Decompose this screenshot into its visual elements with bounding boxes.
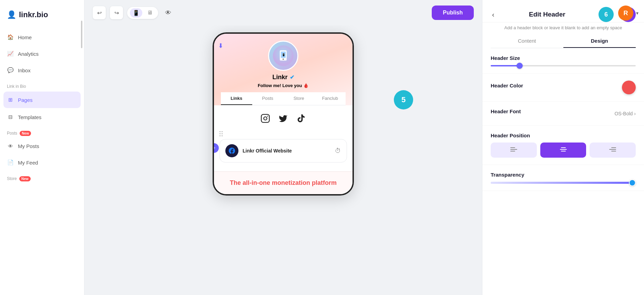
scrollbar[interactable] bbox=[81, 0, 83, 295]
mobile-device-button[interactable]: 📱 bbox=[130, 8, 142, 18]
download-icon[interactable]: ⬇ bbox=[218, 42, 223, 50]
position-center-button[interactable] bbox=[540, 143, 586, 158]
my-posts-icon: 👁 bbox=[7, 143, 14, 149]
analytics-icon: 📈 bbox=[7, 50, 14, 57]
link-card[interactable]: Linkr Official Website ⏱ bbox=[219, 139, 347, 162]
toolbar: ↩ ↪ 📱 🖥 👁 Publish bbox=[84, 0, 482, 25]
sidebar-item-label: Templates bbox=[18, 114, 41, 120]
sidebar-item-label: Pages bbox=[18, 97, 33, 103]
topbar: R ▾ bbox=[618, 6, 638, 21]
header-font-row[interactable]: Header Font OS-Bold › bbox=[491, 108, 636, 118]
link-card-avatar bbox=[225, 144, 238, 157]
phone-tab-posts[interactable]: Posts bbox=[252, 92, 284, 105]
chevron-down-icon[interactable]: ▾ bbox=[636, 10, 638, 16]
svg-point-3 bbox=[283, 59, 284, 60]
svg-rect-5 bbox=[261, 114, 269, 122]
undo-button[interactable]: ↩ bbox=[93, 6, 106, 19]
panel-title: Edit Header bbox=[500, 11, 594, 18]
panel-back-button[interactable]: ‹ bbox=[491, 9, 496, 20]
phone-tab-links[interactable]: Links bbox=[221, 92, 252, 105]
device-toggle: 📱 🖥 bbox=[127, 7, 158, 19]
panel-tab-design[interactable]: Design bbox=[563, 34, 636, 48]
phone-mockup: ⬇ 📱 bbox=[213, 32, 354, 196]
panel-tab-content[interactable]: Content bbox=[491, 34, 563, 48]
phone-body: Linkr Official Website ⏱ bbox=[214, 105, 352, 171]
step-6-bubble: 6 bbox=[599, 7, 614, 22]
posts-section-label: Posts New bbox=[0, 125, 84, 138]
home-icon: 🏠 bbox=[7, 34, 14, 41]
position-options bbox=[491, 143, 636, 158]
pages-icon: ⊞ bbox=[7, 96, 14, 103]
panel-subtitle: Add a header block or leave it blank to … bbox=[482, 22, 644, 34]
avatar-illustration: 📱 bbox=[273, 45, 294, 66]
header-size-section: Header Size bbox=[482, 48, 644, 74]
verified-badge: ✔ bbox=[290, 74, 294, 81]
social-icons bbox=[219, 111, 347, 131]
header-font-section: Header Font OS-Bold › bbox=[482, 102, 644, 126]
sidebar-item-label: Inbox bbox=[18, 67, 31, 73]
sidebar-item-templates[interactable]: ⊟ Templates bbox=[0, 109, 84, 125]
svg-point-6 bbox=[264, 117, 267, 120]
step-5-bubble: 5 bbox=[394, 90, 413, 109]
sidebar-item-home[interactable]: 🏠 Home bbox=[0, 29, 84, 45]
svg-text:📱: 📱 bbox=[282, 53, 285, 56]
transparency-slider[interactable] bbox=[491, 182, 636, 184]
profile-name: Linkr ✔ bbox=[272, 74, 294, 81]
canvas-area: 5 ⬇ bbox=[84, 25, 482, 295]
instagram-icon[interactable] bbox=[260, 114, 270, 126]
position-right-button[interactable] bbox=[590, 143, 636, 158]
drag-handle bbox=[219, 131, 347, 136]
app-logo: 👤 linkr.bio bbox=[0, 7, 84, 29]
redo-button[interactable]: ↪ bbox=[110, 6, 123, 19]
profile-avatar: 📱 bbox=[268, 41, 298, 71]
svg-rect-8 bbox=[510, 147, 515, 148]
transparency-thumb[interactable] bbox=[629, 179, 636, 186]
sidebar-item-label: My Posts bbox=[18, 143, 39, 149]
header-font-value: OS-Bold › bbox=[614, 111, 636, 116]
twitter-icon[interactable] bbox=[278, 114, 288, 126]
svg-rect-9 bbox=[510, 149, 517, 150]
position-left-button[interactable] bbox=[491, 143, 537, 158]
sidebar-item-my-posts[interactable]: 👁 My Posts bbox=[0, 138, 84, 154]
svg-rect-14 bbox=[611, 147, 616, 148]
logo-icon: 👤 bbox=[7, 10, 16, 19]
right-panel: ‹ Edit Header 6 ✓ Add a header block or … bbox=[482, 0, 644, 295]
desktop-device-button[interactable]: 🖥 bbox=[144, 8, 155, 18]
phone-header: 📱 Linkr ✔ Follow me! Love you 🩸 Links Po… bbox=[214, 34, 352, 105]
header-color-swatch[interactable] bbox=[622, 81, 636, 94]
tiktok-icon[interactable] bbox=[296, 114, 306, 126]
publish-button[interactable]: Publish bbox=[432, 6, 474, 20]
scrollbar-thumb bbox=[81, 21, 82, 48]
header-size-thumb[interactable] bbox=[517, 63, 523, 69]
phone-tab-store[interactable]: Store bbox=[283, 92, 315, 105]
sidebar-item-my-feed[interactable]: 📄 My Feed bbox=[0, 154, 84, 171]
header-color-section: Header Color bbox=[482, 74, 644, 102]
header-position-section: Header Position bbox=[482, 126, 644, 165]
sidebar-item-inbox[interactable]: 💬 Inbox bbox=[0, 62, 84, 78]
svg-rect-11 bbox=[561, 147, 566, 148]
sidebar: 👤 linkr.bio 🏠 Home 📈 Analytics 💬 Inbox L… bbox=[0, 0, 84, 295]
svg-rect-16 bbox=[611, 151, 616, 151]
sidebar-item-label: Analytics bbox=[18, 51, 39, 57]
header-color-label: Header Color bbox=[491, 83, 523, 88]
svg-rect-13 bbox=[561, 151, 566, 151]
preview-button[interactable]: 👁 bbox=[162, 8, 174, 18]
my-feed-icon: 📄 bbox=[7, 159, 14, 166]
link-card-text: Linkr Official Website bbox=[243, 148, 292, 154]
chevron-right-icon: › bbox=[634, 111, 636, 116]
posts-badge: New bbox=[20, 131, 31, 136]
phone-tab-fanclub[interactable]: Fanclub bbox=[315, 92, 346, 105]
monetization-banner: The all-in-one monetization platform bbox=[214, 171, 352, 194]
transparency-label: Transparency bbox=[491, 172, 636, 178]
logo-text: linkr.bio bbox=[19, 10, 48, 19]
link-in-bio-label: Link in Bio bbox=[0, 78, 84, 91]
sidebar-item-label: Home bbox=[18, 34, 32, 40]
sidebar-item-analytics[interactable]: 📈 Analytics bbox=[0, 45, 84, 62]
sidebar-item-pages[interactable]: ⊞ Pages bbox=[3, 92, 81, 108]
user-avatar[interactable]: R bbox=[618, 6, 633, 21]
header-size-slider[interactable] bbox=[491, 65, 636, 66]
svg-rect-12 bbox=[560, 149, 567, 150]
transparency-section: Transparency bbox=[482, 165, 644, 191]
header-position-label: Header Position bbox=[491, 133, 636, 138]
svg-rect-10 bbox=[510, 151, 515, 151]
